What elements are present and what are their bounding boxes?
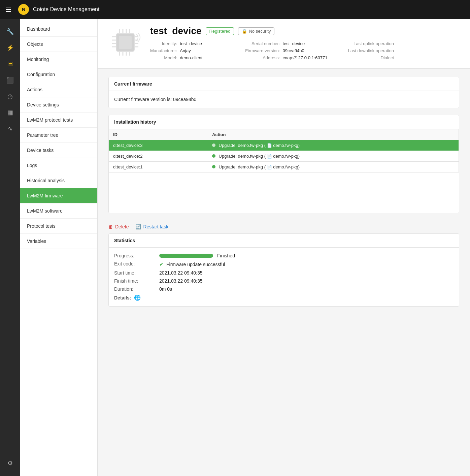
start-time-label: Start time: [114,270,158,276]
sidebar-item-objects[interactable]: Objects [20,37,97,52]
nav-icon-gauge[interactable]: ◷ [3,89,18,104]
icon-bar: 🔧 ⚡ 🖥 ⬛ ◷ ▦ ∿ ⚙ [0,19,20,476]
device-title-row: test_device Registered 🔒 No security [150,26,459,36]
firmware-label: Firmware version: [245,48,280,53]
settings-icon[interactable]: ⚙ [3,456,18,471]
progress-bar-outer [159,254,213,258]
manufacturer-value: Anjay [180,48,242,53]
pkg-icon: 📄 [267,165,272,169]
current-firmware-panel: Current firmware Current firmware versio… [108,77,459,108]
row-action: Upgrade: demo.fw-pkg ( 📄 demo.fw-pkg) [208,140,459,151]
sidebar-item-protocol-tests[interactable]: Protocol tests [20,219,97,234]
nav-icon-monitor[interactable]: 🖥 [3,57,18,71]
registered-badge: Registered [206,27,234,35]
sidebar: Dashboard Objects Monitoring Configurati… [20,19,98,476]
action-row: 🗑 Delete 🔄 Restart task [108,220,459,233]
row-id: d:test_device:1 [109,162,208,172]
firmware-version-text: Current firmware version is: 09cea94b0 [114,97,196,102]
dialect-value [397,55,459,60]
sidebar-item-lwm2m-firmware[interactable]: LwM2M firmware [20,188,97,203]
duration-label: Duration: [114,286,158,292]
pkg-icon: 📄 [267,154,272,159]
sidebar-item-lwm2m-protocol[interactable]: LwM2M protocol tests [20,113,97,128]
start-time-value: 2021.03.22 09:40:35 [159,270,454,276]
app-title: Coiote Device Management [33,6,99,12]
model-label: Model: [150,55,177,60]
manufacturer-label: Manufacturer: [150,48,177,53]
firmware-value: 09cea94b0 [282,48,345,53]
main-content: test_device Registered 🔒 No security Ide… [98,19,470,476]
serial-value: test_device [282,41,345,46]
table-row[interactable]: d:test_device:3 Upgrade: demo.fw-pkg ( 📄… [109,140,459,151]
finish-time-label: Finish time: [114,278,158,284]
installation-history-body: ID Action d:test_device:3 Upgrade: demo.… [109,129,459,213]
device-header: test_device Registered 🔒 No security Ide… [98,19,470,69]
table-row[interactable]: d:test_device:1 Upgrade: demo.fw-pkg ( 📄… [109,162,459,172]
device-meta-grid: Identity: test_device Serial number: tes… [150,41,459,60]
finish-time-value: 2021.03.22 09:40:35 [159,278,454,284]
progress-label: Progress: [114,253,158,258]
details-label: Details: [114,295,131,300]
installation-history-header: Installation history [109,115,459,129]
delete-button[interactable]: 🗑 Delete [108,224,129,229]
sidebar-item-device-settings[interactable]: Device settings [20,97,97,113]
table-row[interactable]: d:test_device:2 Upgrade: demo.fw-pkg ( 📄… [109,151,459,162]
sidebar-item-monitoring[interactable]: Monitoring [20,52,97,67]
nav-icon-bars[interactable]: ▦ [3,105,18,120]
row-id: d:test_device:2 [109,151,208,162]
restart-icon: 🔄 [135,224,141,229]
statistics-body: Progress: Finished Exit code: ✔ [109,248,459,306]
lock-icon: 🔒 [242,29,247,34]
exit-code-label: Exit code: [114,261,158,267]
status-dot [212,165,215,168]
sidebar-item-configuration[interactable]: Configuration [20,67,97,82]
sidebar-item-variables[interactable]: Variables [20,234,97,249]
model-value: demo-client [180,55,242,60]
device-icon [108,26,142,59]
hamburger-menu[interactable]: ☰ [5,5,11,13]
content-inner: Current firmware Current firmware versio… [98,69,470,321]
delete-icon: 🗑 [108,224,113,229]
nav-icon-analytics[interactable]: ∿ [3,121,18,136]
current-firmware-body: Current firmware version is: 09cea94b0 [109,91,459,108]
installation-history-panel: Installation history ID Action d:test_de… [108,115,459,213]
col-id: ID [109,129,208,140]
stats-grid: Progress: Finished Exit code: ✔ [114,253,454,292]
sidebar-item-actions[interactable]: Actions [20,82,97,97]
sidebar-item-dashboard[interactable]: Dashboard [20,22,97,37]
pkg-icon: 📄 [267,143,272,148]
nav-icon-wrench[interactable]: 🔧 [3,24,18,39]
details-icon: 🌐 [134,294,141,301]
restart-task-button[interactable]: 🔄 Restart task [135,224,168,229]
current-firmware-header: Current firmware [109,77,459,91]
sidebar-item-device-tasks[interactable]: Device tasks [20,143,97,158]
col-action: Action [208,129,459,140]
dialect-label: Dialect [348,55,394,60]
address-value: coap://127.0.0.1:60771 [282,55,345,60]
sidebar-item-param-tree[interactable]: Parameter tree [20,128,97,143]
status-dot [212,154,215,158]
sidebar-item-lwm2m-software[interactable]: LwM2M software [20,203,97,219]
duration-value: 0m 0s [159,286,454,292]
progress-bar-inner [159,254,213,258]
downlink-label: Last downlink operation [348,48,394,53]
statistics-header: Statistics [109,234,459,248]
serial-label: Serial number: [245,41,280,46]
device-info: test_device Registered 🔒 No security Ide… [150,26,459,60]
downlink-value [397,48,459,53]
nav-icon-server[interactable]: ⬛ [3,73,18,88]
nav-icon-bolt[interactable]: ⚡ [3,40,18,55]
address-label: Address: [245,55,280,60]
row-action: Upgrade: demo.fw-pkg ( 📄 demo.fw-pkg) [208,151,459,162]
device-name: test_device [150,26,202,36]
svg-rect-1 [119,36,132,49]
progress-bar-container: Finished [159,253,454,258]
main-layout: 🔧 ⚡ 🖥 ⬛ ◷ ▦ ∿ ⚙ Dashboard Objects Monito… [0,19,470,476]
identity-label: Identity: [150,41,177,46]
details-row: Details: 🌐 [114,294,454,301]
installation-table: ID Action d:test_device:3 Upgrade: demo.… [109,129,459,172]
check-icon: ✔ [159,261,164,267]
exit-code-value: ✔ Firmware update successful [159,261,454,267]
sidebar-item-logs[interactable]: Logs [20,158,97,173]
sidebar-item-historical[interactable]: Historical analysis [20,173,97,188]
